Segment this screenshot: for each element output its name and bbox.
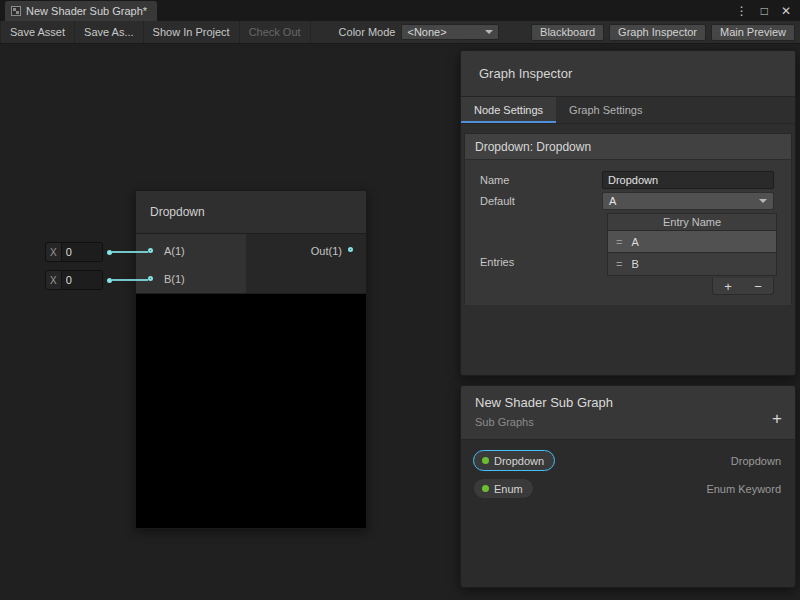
dropdown-property-pill[interactable]: Dropdown: [473, 450, 555, 471]
wire-b: [112, 279, 148, 281]
node-input-section: [136, 234, 246, 293]
color-mode-value: <None>: [407, 26, 446, 38]
show-in-project-button[interactable]: Show In Project: [144, 21, 240, 43]
add-property-button[interactable]: +: [772, 410, 782, 427]
tab-node-settings[interactable]: Node Settings: [461, 97, 556, 123]
entries-list: Entry Name = A = B: [607, 213, 777, 276]
entries-footer: + −: [712, 278, 774, 295]
enum-property-pill[interactable]: Enum: [473, 478, 534, 499]
property-type-label: Dropdown: [731, 455, 781, 467]
node-header[interactable]: Dropdown: [136, 191, 366, 234]
section-header[interactable]: Dropdown: Dropdown: [465, 134, 791, 160]
toolbar-right-group: Blackboard Graph Inspector Main Preview: [531, 24, 800, 41]
default-value: A: [609, 195, 616, 207]
blackboard-toggle-button[interactable]: Blackboard: [531, 24, 604, 41]
drag-handle-icon[interactable]: =: [616, 236, 622, 248]
window-controls: ⋮ □ ✕: [736, 0, 800, 21]
node-settings-section: Dropdown: Dropdown Name Default A Entrie…: [464, 133, 792, 305]
save-as-button[interactable]: Save As...: [75, 21, 144, 43]
add-entry-button[interactable]: +: [724, 280, 732, 293]
remove-entry-button[interactable]: −: [754, 280, 762, 293]
blackboard-item-enum: Enum Enum Keyword: [473, 478, 781, 499]
port-a-value-input[interactable]: [61, 243, 102, 261]
main-preview-toggle-button[interactable]: Main Preview: [711, 24, 795, 41]
graph-inspector-toggle-button[interactable]: Graph Inspector: [609, 24, 706, 41]
title-bar: New Shader Sub Graph* ⋮ □ ✕: [0, 0, 800, 21]
blackboard-header: New Shader Sub Graph Sub Graphs +: [461, 386, 795, 440]
dropdown-node[interactable]: Dropdown A(1) B(1) Out(1): [135, 190, 367, 529]
input-port-b-label: B(1): [164, 273, 185, 285]
node-preview: [136, 294, 366, 528]
entry-name: B: [631, 258, 638, 270]
document-tab[interactable]: New Shader Sub Graph*: [5, 1, 157, 21]
section-body: Name Default A Entries Entry Name = A =: [465, 160, 791, 305]
document-title: New Shader Sub Graph*: [26, 5, 147, 17]
keyword-dot-icon: [482, 485, 489, 492]
shader-graph-icon: [11, 6, 21, 16]
port-a-value-widget: X: [45, 242, 103, 262]
drag-handle-icon[interactable]: =: [616, 258, 622, 270]
name-input[interactable]: [602, 171, 774, 189]
blackboard-panel: New Shader Sub Graph Sub Graphs + Dropdo…: [460, 385, 796, 588]
input-port-a[interactable]: [148, 248, 153, 253]
color-mode-label: Color Mode: [339, 26, 396, 38]
inspector-tabs: Node Settings Graph Settings: [461, 97, 795, 124]
tab-graph-settings[interactable]: Graph Settings: [556, 97, 655, 123]
graph-inspector-panel: Graph Inspector Node Settings Graph Sett…: [460, 50, 796, 376]
inspector-title: Graph Inspector: [479, 66, 572, 81]
entries-label: Entries: [480, 256, 514, 268]
blackboard-subtitle: Sub Graphs: [475, 416, 534, 428]
keyword-dot-icon: [482, 457, 489, 464]
input-port-b[interactable]: [148, 276, 153, 281]
port-b-value-input[interactable]: [61, 271, 102, 289]
axis-x-label: X: [46, 275, 61, 286]
axis-x-label: X: [46, 247, 61, 258]
chevron-down-icon: [759, 199, 767, 203]
entry-row-b[interactable]: = B: [608, 253, 776, 275]
save-asset-button[interactable]: Save Asset: [0, 21, 75, 43]
chevron-down-icon: [485, 30, 493, 34]
default-label: Default: [480, 195, 515, 207]
property-name: Dropdown: [494, 455, 544, 467]
section-title: Dropdown: Dropdown: [475, 140, 591, 154]
output-port[interactable]: [348, 247, 353, 252]
wire-a: [112, 251, 148, 253]
output-port-label: Out(1): [311, 245, 342, 257]
entry-name: A: [631, 236, 638, 248]
name-label: Name: [480, 174, 509, 186]
toolbar: Save Asset Save As... Show In Project Ch…: [0, 21, 800, 44]
property-name: Enum: [494, 483, 523, 495]
inspector-header: Graph Inspector: [461, 51, 795, 97]
maximize-icon[interactable]: □: [761, 4, 768, 18]
property-type-label: Enum Keyword: [706, 483, 781, 495]
close-icon[interactable]: ✕: [781, 4, 791, 18]
color-mode-dropdown[interactable]: <None>: [401, 24, 499, 40]
check-out-button[interactable]: Check Out: [240, 21, 311, 43]
blackboard-title: New Shader Sub Graph: [475, 395, 613, 410]
unity-shader-graph-window: New Shader Sub Graph* ⋮ □ ✕ Save Asset S…: [0, 0, 800, 600]
entries-list-header: Entry Name: [608, 214, 776, 231]
window-menu-icon[interactable]: ⋮: [736, 4, 748, 18]
blackboard-item-dropdown: Dropdown Dropdown: [473, 450, 781, 471]
node-body: A(1) B(1) Out(1): [136, 234, 366, 294]
entry-row-a[interactable]: = A: [608, 231, 776, 253]
input-port-a-label: A(1): [164, 245, 185, 257]
default-dropdown[interactable]: A: [602, 192, 774, 210]
node-title: Dropdown: [150, 205, 205, 219]
port-b-value-widget: X: [45, 270, 103, 290]
